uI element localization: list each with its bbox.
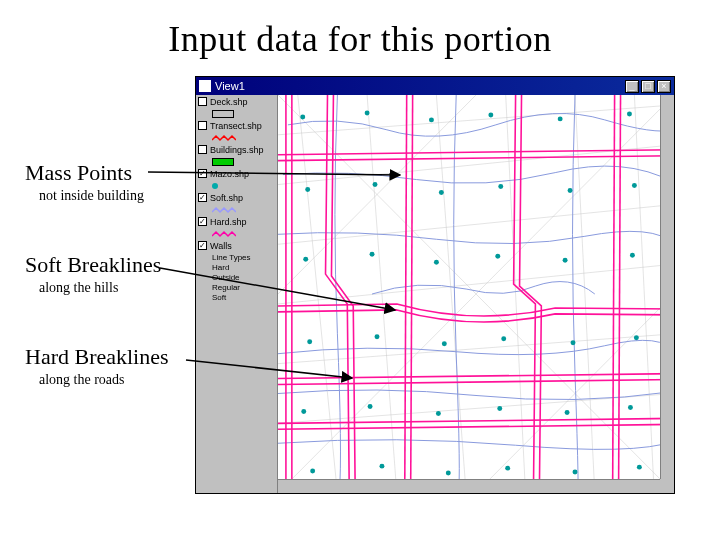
slide-title: Input data for this portion xyxy=(0,0,720,60)
close-button[interactable]: × xyxy=(657,80,671,93)
checkbox-icon[interactable] xyxy=(198,145,207,154)
anno-soft-title: Soft Breaklines xyxy=(25,252,169,278)
checkbox-icon[interactable] xyxy=(198,193,207,202)
anno-hard-title: Hard Breaklines xyxy=(25,344,169,370)
layer-symbol xyxy=(212,181,275,191)
layer-name: Soft.shp xyxy=(210,193,275,204)
svg-point-34 xyxy=(307,339,312,344)
annotation-column: Mass Points not inside building Soft Bre… xyxy=(25,160,169,436)
svg-point-20 xyxy=(558,116,563,121)
layer-item[interactable]: Buildings.shp xyxy=(198,145,275,156)
svg-point-40 xyxy=(301,409,306,414)
svg-point-51 xyxy=(637,465,642,470)
layer-item[interactable]: Soft.shp xyxy=(198,193,275,204)
svg-point-27 xyxy=(632,183,637,188)
svg-point-23 xyxy=(373,182,378,187)
svg-point-24 xyxy=(439,190,444,195)
gis-window: View1 _ □ × Deck.shp Transect.shp Buil xyxy=(195,76,675,494)
svg-point-43 xyxy=(497,406,502,411)
anno-soft-sub: along the hills xyxy=(39,280,169,296)
svg-point-36 xyxy=(442,341,447,346)
svg-point-33 xyxy=(630,253,635,258)
layer-name: Hard.shp xyxy=(210,217,275,228)
layer-item[interactable]: Walls xyxy=(198,241,275,252)
horizontal-scrollbar[interactable] xyxy=(278,479,660,493)
svg-point-41 xyxy=(368,404,373,409)
svg-point-48 xyxy=(446,471,451,476)
layer-name: Walls xyxy=(210,241,275,252)
svg-point-37 xyxy=(501,336,506,341)
layer-name: Buildings.shp xyxy=(210,145,275,156)
svg-line-10 xyxy=(575,95,595,493)
annotation-mass: Mass Points not inside building xyxy=(25,160,169,204)
line-type-item: Regular xyxy=(212,283,275,293)
line-type-item: Hard xyxy=(212,263,275,273)
line-type-item: Soft xyxy=(212,293,275,303)
layer-symbol xyxy=(212,229,275,239)
anno-mass-title: Mass Points xyxy=(25,160,169,186)
svg-point-25 xyxy=(498,184,503,189)
line-types-heading: Line Types xyxy=(212,253,275,263)
svg-point-31 xyxy=(495,254,500,259)
layer-symbol xyxy=(212,109,275,119)
window-titlebar[interactable]: View1 _ □ × xyxy=(196,77,674,95)
checkbox-icon[interactable] xyxy=(198,241,207,250)
svg-point-30 xyxy=(434,260,439,265)
svg-point-29 xyxy=(370,252,375,257)
svg-point-42 xyxy=(436,411,441,416)
checkbox-icon[interactable] xyxy=(198,169,207,178)
svg-point-19 xyxy=(488,112,493,117)
layer-item[interactable]: Transect.shp xyxy=(198,121,275,132)
svg-line-7 xyxy=(367,95,397,493)
minimize-button[interactable]: _ xyxy=(625,80,639,93)
scroll-corner xyxy=(660,479,674,493)
anno-mass-sub: not inside building xyxy=(39,188,169,204)
svg-point-46 xyxy=(310,469,315,474)
svg-point-28 xyxy=(303,257,308,262)
layer-item[interactable]: Deck.shp xyxy=(198,97,275,108)
anno-hard-sub: along the roads xyxy=(39,372,169,388)
svg-point-32 xyxy=(563,258,568,263)
layer-name: Mazo.shp xyxy=(210,169,275,180)
map-canvas[interactable] xyxy=(278,95,674,493)
svg-point-44 xyxy=(565,410,570,415)
svg-point-39 xyxy=(634,335,639,340)
annotation-soft: Soft Breaklines along the hills xyxy=(25,252,169,296)
svg-point-18 xyxy=(429,117,434,122)
svg-point-45 xyxy=(628,405,633,410)
annotation-hard: Hard Breaklines along the roads xyxy=(25,344,169,388)
svg-point-50 xyxy=(573,470,578,475)
svg-point-35 xyxy=(375,334,380,339)
checkbox-icon[interactable] xyxy=(198,121,207,130)
layer-name: Transect.shp xyxy=(210,121,275,132)
app-icon xyxy=(199,80,211,92)
layer-name: Deck.shp xyxy=(210,97,275,108)
window-caption: View1 xyxy=(215,80,625,92)
layer-item[interactable]: Mazo.shp xyxy=(198,169,275,180)
svg-point-17 xyxy=(365,110,370,115)
svg-line-8 xyxy=(436,95,466,493)
svg-point-26 xyxy=(568,188,573,193)
svg-line-11 xyxy=(634,95,654,493)
svg-point-49 xyxy=(505,466,510,471)
layer-symbol xyxy=(212,205,275,215)
maximize-button[interactable]: □ xyxy=(641,80,655,93)
layer-panel[interactable]: Deck.shp Transect.shp Buildings.shp Mazo… xyxy=(196,95,278,493)
vertical-scrollbar[interactable] xyxy=(660,95,674,479)
svg-point-16 xyxy=(300,114,305,119)
svg-point-38 xyxy=(571,340,576,345)
line-type-item: Outside xyxy=(212,273,275,283)
layer-symbol xyxy=(212,157,275,167)
svg-point-22 xyxy=(305,187,310,192)
svg-point-21 xyxy=(627,111,632,116)
layer-symbol xyxy=(212,133,275,143)
svg-point-47 xyxy=(379,464,384,469)
checkbox-icon[interactable] xyxy=(198,217,207,226)
layer-item[interactable]: Hard.shp xyxy=(198,217,275,228)
checkbox-icon[interactable] xyxy=(198,97,207,106)
